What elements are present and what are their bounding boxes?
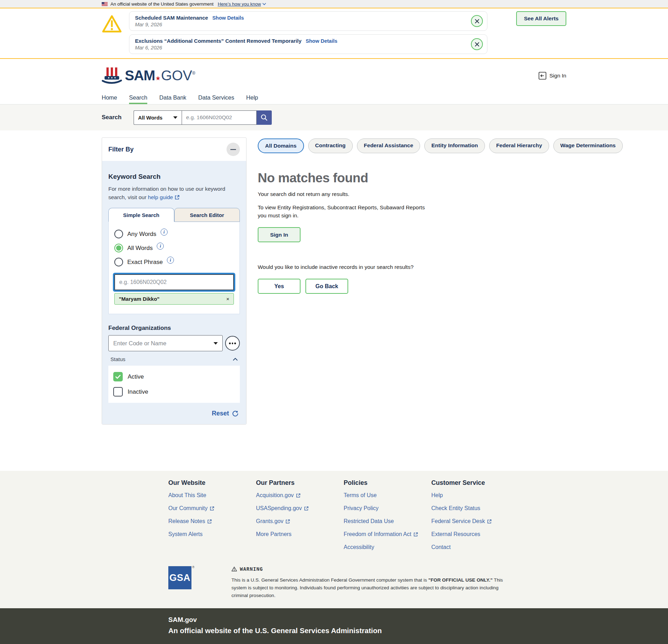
nav-item-help[interactable]: Help bbox=[246, 93, 258, 104]
help-guide-link[interactable]: help guide bbox=[148, 193, 180, 202]
gsa-registered-mark: ® bbox=[192, 565, 195, 569]
alerts-section: Scheduled SAM Maintenance Show Details M… bbox=[0, 8, 668, 59]
nav-item-home[interactable]: Home bbox=[102, 93, 117, 104]
results-sign-in-button[interactable]: Sign In bbox=[258, 227, 301, 242]
info-icon[interactable]: i bbox=[157, 243, 164, 250]
filter-by-title: Filter By bbox=[108, 146, 134, 153]
how-you-know-link[interactable]: Here’s how you know bbox=[218, 1, 266, 7]
combo-arrow-icon bbox=[214, 342, 218, 345]
chip-remove-icon[interactable]: × bbox=[226, 296, 229, 302]
keyword-search-input[interactable] bbox=[114, 274, 234, 290]
footer-link-terms-of-use[interactable]: Terms of Use bbox=[344, 492, 431, 499]
info-icon[interactable]: i bbox=[167, 257, 174, 264]
keyword-tabs: Simple Search Search Editor bbox=[108, 208, 240, 222]
refresh-icon bbox=[232, 411, 238, 417]
footer-link-usaspending-gov[interactable]: USASpending.gov bbox=[256, 505, 344, 511]
external-link-icon bbox=[285, 519, 290, 524]
external-link-icon bbox=[296, 493, 301, 498]
domain-tab-federal-assistance[interactable]: Federal Assistance bbox=[357, 138, 420, 153]
collapse-filters-button[interactable] bbox=[227, 143, 240, 156]
footer-link-check-entity-status[interactable]: Check Entity Status bbox=[431, 505, 519, 511]
footer-heading: Our Website bbox=[168, 479, 256, 487]
identity-footer: SAM.gov An official website of the U.S. … bbox=[0, 608, 668, 644]
main-content: Filter By Keyword Search For more inform… bbox=[0, 130, 668, 471]
footer-link-contact[interactable]: Contact bbox=[431, 544, 519, 550]
go-back-button[interactable]: Go Back bbox=[305, 279, 348, 294]
close-icon bbox=[475, 42, 479, 47]
checkbox-active[interactable] bbox=[113, 372, 123, 381]
sign-in-arrow-icon bbox=[539, 72, 546, 80]
sign-in-required-text: To view Entity Registrations, Subcontrac… bbox=[258, 204, 435, 219]
footer-link-system-alerts[interactable]: System Alerts bbox=[168, 531, 256, 537]
external-link-icon bbox=[413, 532, 418, 537]
brand-sam: SAM bbox=[125, 68, 155, 83]
radio-any-words[interactable] bbox=[114, 230, 123, 238]
footer-link-release-notes[interactable]: Release Notes bbox=[168, 518, 256, 524]
footer-link-more-partners[interactable]: More Partners bbox=[256, 531, 344, 537]
footer-link-about-this-site[interactable]: About This Site bbox=[168, 492, 256, 499]
checkbox-inactive[interactable] bbox=[113, 387, 123, 396]
external-link-icon bbox=[175, 195, 180, 200]
footer-link-our-community[interactable]: Our Community bbox=[168, 505, 256, 511]
domain-tab-wage-determinations[interactable]: Wage Determinations bbox=[553, 138, 623, 153]
footer-heading: Our Partners bbox=[256, 479, 344, 487]
keyword-chip: "Maryam Dikko" × bbox=[114, 293, 234, 305]
footer-col-our-partners: Our Partners Acquisition.gov USASpending… bbox=[256, 479, 344, 557]
info-icon[interactable]: i bbox=[161, 229, 168, 236]
tab-simple-search[interactable]: Simple Search bbox=[108, 208, 174, 222]
show-details-link[interactable]: Show Details bbox=[306, 38, 337, 44]
warning-paragraph-1: This is a U.S. General Services Administ… bbox=[231, 576, 512, 599]
domain-tab-entity-information[interactable]: Entity Information bbox=[424, 138, 485, 153]
yes-button[interactable]: Yes bbox=[258, 279, 301, 294]
registered-mark: ® bbox=[192, 71, 195, 76]
footer-link-accessibility[interactable]: Accessibility bbox=[344, 544, 431, 550]
footer-heading: Policies bbox=[344, 479, 431, 487]
sign-in-link[interactable]: Sign In bbox=[539, 72, 566, 80]
no-matches-heading: No matches found bbox=[258, 171, 623, 185]
search-submit-button[interactable] bbox=[257, 110, 272, 125]
footer-link-federal-service-desk[interactable]: Federal Service Desk bbox=[431, 518, 519, 524]
radio-all-words[interactable] bbox=[114, 244, 123, 252]
reset-filters-link[interactable]: Reset bbox=[212, 410, 229, 417]
see-all-alerts-button[interactable]: See All Alerts bbox=[516, 11, 566, 26]
footer-link-grants-gov[interactable]: Grants.gov bbox=[256, 518, 344, 524]
chevron-down-icon bbox=[262, 3, 266, 5]
footer-col-our-website: Our Website About This Site Our Communit… bbox=[168, 479, 256, 557]
check-icon bbox=[115, 375, 121, 379]
chevron-up-icon bbox=[233, 358, 238, 361]
alert-warning-icon bbox=[102, 11, 129, 33]
footer-link-restricted-data-use[interactable]: Restricted Data Use bbox=[344, 518, 431, 524]
nav-item-search[interactable]: Search bbox=[129, 93, 147, 104]
alert-title: Scheduled SAM Maintenance bbox=[135, 15, 208, 21]
domain-tab-contracting[interactable]: Contracting bbox=[308, 138, 353, 153]
nav-item-data-services[interactable]: Data Services bbox=[198, 93, 234, 104]
footer-col-policies: Policies Terms of Use Privacy Policy Res… bbox=[344, 479, 431, 557]
federal-orgs-combobox[interactable]: Enter Code or Name bbox=[108, 335, 223, 351]
federal-orgs-more-button[interactable] bbox=[225, 336, 240, 351]
alert-close-button[interactable] bbox=[471, 38, 483, 50]
domain-tab-all-domains[interactable]: All Domains bbox=[258, 138, 304, 153]
footer-link-external-resources[interactable]: External Resources bbox=[431, 531, 519, 537]
alert-date: Mar 6, 2026 bbox=[135, 45, 466, 50]
gov-banner: An official website of the United States… bbox=[0, 0, 668, 8]
sam-gov-logo[interactable]: SAM ★ GOV ® bbox=[102, 67, 195, 85]
checkbox-inactive-label: Inactive bbox=[128, 388, 148, 395]
alert-card: Exclusions “Additional Comments” Content… bbox=[129, 34, 487, 54]
footer-link-foia[interactable]: Freedom of Information Act bbox=[344, 531, 431, 537]
show-details-link[interactable]: Show Details bbox=[212, 15, 244, 21]
tab-search-editor[interactable]: Search Editor bbox=[174, 208, 240, 222]
radio-all-words-label: All Words bbox=[127, 245, 153, 252]
alert-close-button[interactable] bbox=[471, 15, 483, 27]
domain-tab-federal-hierarchy[interactable]: Federal Hierarchy bbox=[489, 138, 549, 153]
global-search-input[interactable] bbox=[182, 110, 257, 125]
warning-title: WARNING bbox=[240, 566, 263, 572]
nav-item-data-bank[interactable]: Data Bank bbox=[159, 93, 186, 104]
search-mode-select[interactable]: All Words bbox=[134, 110, 182, 125]
footer-link-privacy-policy[interactable]: Privacy Policy bbox=[344, 505, 431, 511]
status-heading: Status bbox=[110, 356, 126, 362]
radio-exact-phrase[interactable] bbox=[114, 258, 123, 266]
footer-link-help[interactable]: Help bbox=[431, 492, 519, 499]
status-header[interactable]: Status bbox=[108, 356, 240, 362]
footer-heading: Customer Service bbox=[431, 479, 519, 487]
footer-link-acquisition-gov[interactable]: Acquisition.gov bbox=[256, 492, 344, 499]
